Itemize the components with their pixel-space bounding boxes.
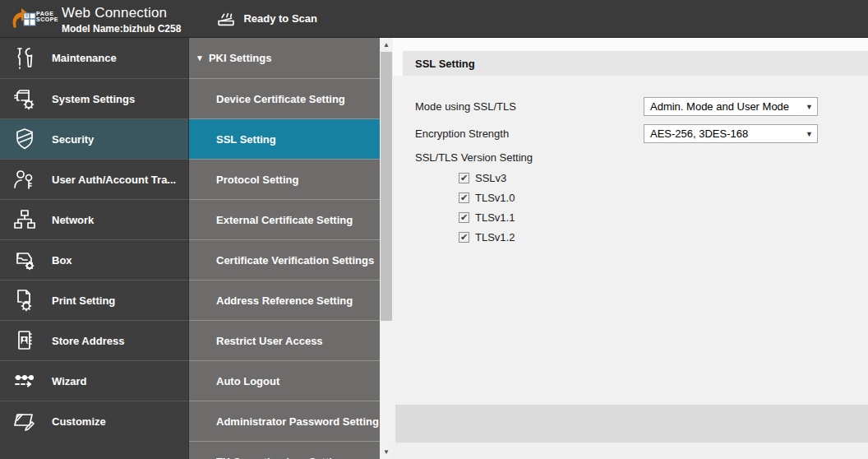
address-book-icon <box>11 327 39 355</box>
app-title: Web Connection <box>62 5 181 21</box>
submenu-item-auto-logout[interactable]: Auto Logout <box>189 360 380 401</box>
sidebar-item-label: System Settings <box>52 93 135 105</box>
user-key-icon <box>11 165 39 193</box>
encryption-strength-select[interactable]: AES-256, 3DES-168 <box>644 124 818 143</box>
sidebar-item-label: Store Address <box>52 335 124 347</box>
device-status: Ready to Scan <box>215 8 317 30</box>
submenu-item-protocol-setting[interactable]: Protocol Setting <box>189 159 380 199</box>
submenu-item-certificate-verification-settings[interactable]: Certificate Verification Settings <box>189 239 380 280</box>
sidebar-item-store-address[interactable]: Store Address <box>0 320 188 360</box>
page-title: SSL Setting <box>415 58 475 70</box>
sidebar-item-label: Security <box>52 133 94 146</box>
sidebar-item-user-auth[interactable]: User Auth/Account Tra... <box>0 159 188 199</box>
sidebar-item-wizard[interactable]: Wizard <box>0 360 188 401</box>
sidebar-item-system-settings[interactable]: System Settings <box>0 78 188 118</box>
sidebar-item-label: Wizard <box>52 375 87 387</box>
ssl-setting-panel: SSL Setting Mode using SSL/TLS Admin. Mo… <box>393 38 868 459</box>
submenu-item-external-certificate-setting[interactable]: External Certificate Setting <box>189 199 380 239</box>
mode-using-ssl-tls-label: Mode using SSL/TLS <box>415 100 644 113</box>
scanner-icon <box>215 8 237 30</box>
sidebar-item-print-setting[interactable]: Print Setting <box>0 280 188 320</box>
sidebar-item-label: Print Setting <box>52 294 115 307</box>
sidebar-item-label: Maintenance <box>52 52 117 64</box>
printer-gear-icon <box>11 85 39 113</box>
tlsv1-2-checkbox[interactable]: ✔ <box>459 232 469 243</box>
submenu-item-address-reference-setting[interactable]: Address Reference Setting <box>189 280 380 320</box>
sslv3-option: ✔ SSLv3 <box>459 172 868 184</box>
header-bar: PAGE SCOPE Web Connection Model Name:biz… <box>0 0 868 38</box>
page-title-bar: SSL Setting <box>403 51 868 76</box>
tlsv1-0-label: TLSv1.0 <box>475 192 515 204</box>
tlsv1-0-option: ✔ TLSv1.0 <box>459 192 868 204</box>
sslv3-checkbox[interactable]: ✔ <box>459 173 469 183</box>
ssl-tls-version-setting-label: SSL/TLS Version Setting <box>415 151 868 164</box>
sidebar-item-network[interactable]: Network <box>0 199 188 239</box>
submenu-item-tx-operation-log-setting[interactable]: TX Operation Log Setting <box>189 441 380 459</box>
web-connection-app: PAGE SCOPE Web Connection Model Name:biz… <box>0 0 868 459</box>
submenu-scrollbar[interactable]: ▲ ▼ <box>380 38 393 459</box>
tlsv1-2-label: TLSv1.2 <box>475 231 515 243</box>
tlsv1-2-option: ✔ TLSv1.2 <box>459 231 868 243</box>
main-menu-sidebar: Maintenance System Settings Security <box>0 38 188 459</box>
shield-icon <box>11 125 39 153</box>
scrollbar-thumb[interactable] <box>381 52 392 321</box>
encryption-strength-label: Encryption Strength <box>415 128 644 140</box>
model-name: Model Name:bizhub C258 <box>62 23 181 35</box>
box-gear-icon <box>11 246 39 274</box>
expand-triangle-icon: ▼ <box>196 53 204 63</box>
titlebar-wrap: SSL Setting <box>393 38 868 76</box>
security-submenu: ▼ PKI Settings Device Certificate Settin… <box>188 38 380 459</box>
tlsv1-0-checkbox[interactable]: ✔ <box>459 192 469 203</box>
submenu-item-device-certificate-setting[interactable]: Device Certificate Setting <box>189 78 380 118</box>
tools-icon <box>11 44 39 72</box>
network-icon <box>11 206 39 234</box>
mode-using-ssl-tls-select[interactable]: Admin. Mode and User Mode <box>644 97 818 116</box>
tlsv1-1-label: TLSv1.1 <box>475 211 515 224</box>
submenu-item-ssl-setting[interactable]: SSL Setting <box>189 118 380 159</box>
scroll-down-button[interactable]: ▼ <box>380 445 393 459</box>
status-text: Ready to Scan <box>243 12 317 25</box>
sidebar-item-customize[interactable]: Customize <box>0 401 188 441</box>
sidebar-item-security[interactable]: Security <box>0 118 188 159</box>
sidebar-item-label: Network <box>52 214 94 226</box>
brand: PAGE SCOPE Web Connection Model Name:biz… <box>0 2 181 35</box>
sidebar-item-label: Box <box>52 254 72 267</box>
pagescope-wordmark: PAGE SCOPE <box>36 11 58 22</box>
tlsv1-1-checkbox[interactable]: ✔ <box>459 212 469 223</box>
sidebar-item-box[interactable]: Box <box>0 239 188 280</box>
scroll-up-button[interactable]: ▲ <box>380 38 393 52</box>
sidebar-item-label: Customize <box>52 415 106 428</box>
pagescope-logo-icon <box>10 6 38 32</box>
page-gear-icon <box>11 286 39 314</box>
submenu-item-restrict-user-access[interactable]: Restrict User Access <box>189 320 380 360</box>
submenu-item-administrator-password-setting[interactable]: Administrator Password Setting <box>189 401 380 441</box>
sidebar-item-label: User Auth/Account Tra... <box>52 174 176 186</box>
sidebar-item-maintenance[interactable]: Maintenance <box>0 38 188 78</box>
footer-background <box>393 443 868 459</box>
submenu-item-pki-settings[interactable]: ▼ PKI Settings <box>189 38 380 78</box>
tlsv1-1-option: ✔ TLSv1.1 <box>459 211 868 224</box>
sslv3-label: SSLv3 <box>475 172 506 184</box>
customize-icon <box>11 407 39 435</box>
wizard-icon <box>11 367 39 395</box>
ssl-setting-form: Mode using SSL/TLS Admin. Mode and User … <box>393 76 868 243</box>
footer-separator-bar <box>395 405 868 443</box>
